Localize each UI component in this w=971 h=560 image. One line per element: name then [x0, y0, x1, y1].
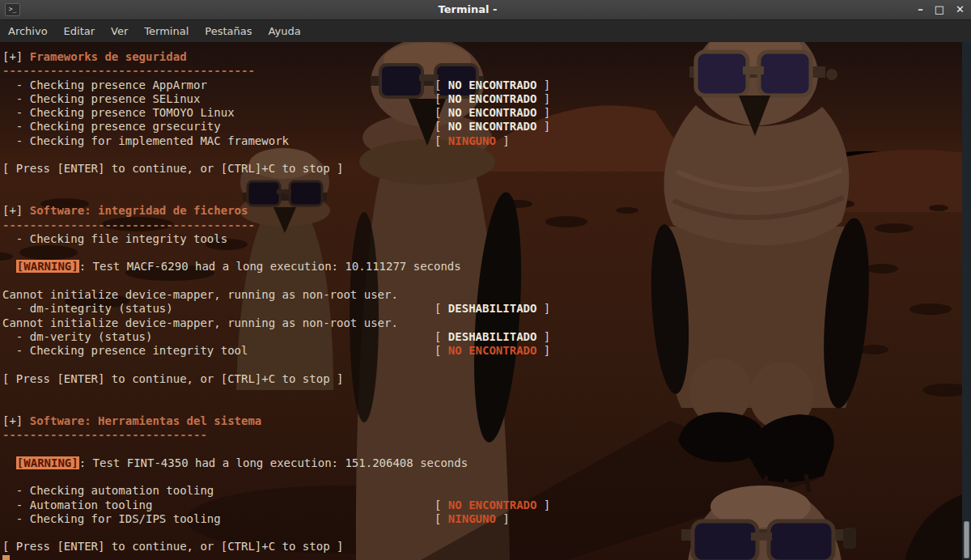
- terminal-cursor: [2, 555, 10, 560]
- terminal-line: - Checking file integrity tools: [2, 232, 961, 246]
- terminal-line: - Checking presence AppArmor[ NO ENCONTR…: [2, 78, 961, 92]
- scrollbar[interactable]: [962, 42, 971, 560]
- minimize-button[interactable]: –: [918, 0, 923, 19]
- terminal-window: >_ Terminal - – □ ✕ Archivo Editar Ver T…: [0, 0, 971, 560]
- status-badge: [ NO ENCONTRADO ]: [435, 498, 550, 512]
- titlebar[interactable]: >_ Terminal - – □ ✕: [0, 0, 971, 19]
- status-badge: [ NO ENCONTRADO ]: [435, 120, 550, 134]
- status-badge: [ NO ENCONTRADO ]: [435, 106, 550, 120]
- terminal-line: - dm-verity (status)[ DESHABILITADO ]: [2, 330, 961, 344]
- menu-editar[interactable]: Editar: [56, 20, 104, 43]
- warning-badge: [WARNING]: [16, 456, 79, 469]
- terminal-app-icon: >_: [5, 3, 20, 16]
- terminal-line: ------------------------------: [2, 428, 961, 442]
- terminal-line: [+] Software: integridad de ficheros: [2, 204, 961, 218]
- terminal-line: [2, 470, 961, 484]
- terminal-line: [2, 190, 961, 204]
- window-title: Terminal -: [439, 0, 498, 19]
- terminal-line: [WARNING]: Test MACF-6290 had a long exe…: [2, 260, 961, 274]
- terminal-output: [+] Frameworks de seguridad-------------…: [2, 50, 961, 560]
- terminal-line: [2, 400, 961, 414]
- status-badge: [ DESHABILITADO ]: [435, 330, 550, 344]
- warning-badge: [WARNING]: [16, 260, 79, 273]
- terminal-line: - Checking presence grsecurity[ NO ENCON…: [2, 120, 961, 134]
- terminal-line: [+] Software: Herramientas del sistema: [2, 414, 961, 428]
- status-badge: [ NINGUNO ]: [435, 512, 510, 526]
- menu-terminal[interactable]: Terminal: [136, 20, 197, 43]
- terminal-line: [2, 358, 961, 372]
- terminal-line: [2, 442, 961, 456]
- terminal-viewport[interactable]: [+] Frameworks de seguridad-------------…: [0, 42, 971, 560]
- status-badge: [ NO ENCONTRADO ]: [435, 92, 550, 106]
- terminal-line: [+] Frameworks de seguridad: [2, 50, 961, 64]
- terminal-line: [2, 554, 961, 560]
- menu-ayuda[interactable]: Ayuda: [261, 20, 309, 43]
- terminal-line: - Checking presence integrity tool[ NO E…: [2, 344, 961, 358]
- terminal-line: - dm-integrity (status)[ DESHABILITADO ]: [2, 302, 961, 316]
- terminal-line: - Automation tooling[ NO ENCONTRADO ]: [2, 498, 961, 512]
- status-badge: [ NO ENCONTRADO ]: [435, 78, 550, 92]
- terminal-line: -------------------------------------: [2, 218, 961, 232]
- terminal-line: [ Press [ENTER] to continue, or [CTRL]+C…: [2, 372, 961, 386]
- terminal-line: -------------------------------------: [2, 64, 961, 78]
- terminal-line: - Checking presence SELinux[ NO ENCONTRA…: [2, 92, 961, 106]
- terminal-line: [ Press [ENTER] to continue, or [CTRL]+C…: [2, 162, 961, 176]
- terminal-line: - Checking for implemented MAC framework…: [2, 134, 961, 148]
- terminal-line: [2, 176, 961, 190]
- maximize-button[interactable]: □: [935, 0, 944, 19]
- status-badge: [ NO ENCONTRADO ]: [435, 344, 550, 358]
- menu-archivo[interactable]: Archivo: [0, 20, 56, 43]
- terminal-line: [2, 274, 961, 288]
- terminal-line: - Checking presence TOMOYO Linux[ NO ENC…: [2, 106, 961, 120]
- terminal-line: Cannot initialize device-mapper, running…: [2, 288, 961, 302]
- terminal-line: Cannot initialize device-mapper, running…: [2, 316, 961, 330]
- menu-pestanas[interactable]: Pestañas: [197, 20, 260, 43]
- terminal-line: [2, 246, 961, 260]
- scrollbar-thumb[interactable]: [964, 521, 969, 558]
- terminal-line: [2, 148, 961, 162]
- terminal-line: [2, 526, 961, 540]
- terminal-line: [2, 386, 961, 400]
- status-badge: [ DESHABILITADO ]: [435, 302, 550, 316]
- window-controls: – □ ✕: [918, 0, 965, 19]
- terminal-line: - Checking for IDS/IPS tooling[ NINGUNO …: [2, 512, 961, 526]
- terminal-line: - Checking automation tooling: [2, 484, 961, 498]
- menubar: Archivo Editar Ver Terminal Pestañas Ayu…: [0, 19, 971, 42]
- terminal-line: [WARNING]: Test FINT-4350 had a long exe…: [2, 456, 961, 470]
- status-badge: [ NINGUNO ]: [435, 134, 510, 148]
- terminal-line: [ Press [ENTER] to continue, or [CTRL]+C…: [2, 540, 961, 554]
- close-button[interactable]: ✕: [956, 0, 965, 19]
- menu-ver[interactable]: Ver: [103, 20, 136, 43]
